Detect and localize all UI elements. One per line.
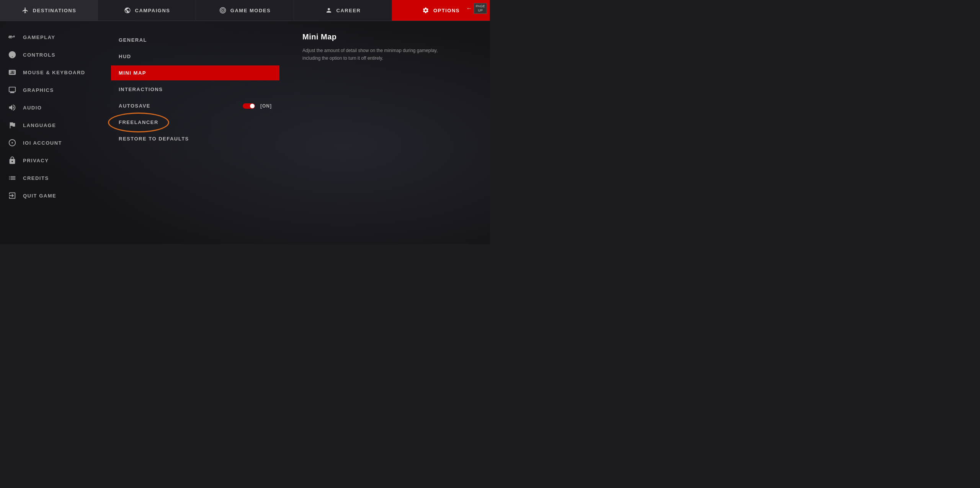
sidebar-item-language[interactable]: LANGUAGE (0, 117, 103, 134)
sidebar: GAMEPLAY CONTROLS MOUSE & KEYBOARD GRAPH… (0, 21, 103, 244)
sidebar-privacy-label: PRIVACY (23, 158, 49, 163)
toggle-track (243, 103, 255, 109)
autosave-state-label: [ON] (260, 103, 272, 109)
menu-restore-label: RESTORE TO DEFAULTS (119, 136, 189, 142)
sidebar-item-privacy[interactable]: PRIVACY (0, 152, 103, 169)
menu-mini-map-label: MINI MAP (119, 70, 146, 76)
main-content: GAMEPLAY CONTROLS MOUSE & KEYBOARD GRAPH… (0, 21, 490, 244)
svg-point-3 (11, 54, 13, 55)
autosave-toggle[interactable] (243, 103, 255, 109)
sidebar-item-audio[interactable]: AUDIO (0, 99, 103, 116)
menu-interactions-label: INTERACTIONS (119, 87, 163, 92)
top-navigation: DESTINATIONS CAMPAIGNS GAME MODES CAREER… (0, 0, 490, 21)
sidebar-item-mouse-keyboard[interactable]: MOUSE & KEYBOARD (0, 64, 103, 81)
nav-options-label: OPTIONS (433, 8, 460, 13)
nav-career-label: CAREER (336, 8, 361, 13)
monitor-icon (8, 85, 17, 95)
speaker-icon (8, 103, 17, 112)
nav-item-campaigns[interactable]: CAMPAIGNS (98, 0, 196, 21)
svg-point-2 (222, 10, 223, 11)
page-up-controls[interactable]: ← PAGEUP (466, 3, 487, 14)
menu-item-general[interactable]: GENERAL (111, 33, 279, 47)
sidebar-item-quit-game[interactable]: QUIT GAME (0, 187, 103, 204)
nav-item-destinations[interactable]: DESTINATIONS (0, 0, 98, 21)
sidebar-language-label: LANGUAGE (23, 122, 56, 128)
menu-freelancer-label: FREELANCER (119, 119, 158, 125)
freelancer-wrapper: FREELANCER (119, 119, 158, 125)
crosshair-icon (8, 50, 17, 59)
nav-item-game-modes[interactable]: GAME MODES (196, 0, 294, 21)
sidebar-controls-label: CONTROLS (23, 52, 56, 58)
flag-icon (8, 121, 17, 130)
sidebar-audio-label: AUDIO (23, 105, 42, 111)
sidebar-credits-label: CREDITS (23, 175, 49, 181)
menu-item-mini-map[interactable]: MINI MAP (111, 65, 279, 80)
menu-item-interactions[interactable]: INTERACTIONS (111, 82, 279, 97)
lock-icon (8, 156, 17, 165)
sidebar-mouse-keyboard-label: MOUSE & KEYBOARD (23, 70, 85, 75)
sidebar-ioi-account-label: IOI ACCOUNT (23, 140, 62, 146)
page-up-button[interactable]: PAGEUP (474, 3, 487, 14)
menu-hud-label: HUD (119, 54, 131, 59)
nav-campaigns-label: CAMPAIGNS (135, 8, 170, 13)
sidebar-graphics-label: GRAPHICS (23, 87, 54, 93)
plane-icon (21, 7, 29, 14)
nav-item-career[interactable]: CAREER (294, 0, 392, 21)
sidebar-item-ioi-account[interactable]: IOI ACCOUNT (0, 134, 103, 151)
sidebar-item-credits[interactable]: CREDITS (0, 170, 103, 186)
nav-destinations-label: DESTINATIONS (33, 8, 77, 13)
sidebar-gameplay-label: GAMEPLAY (23, 34, 55, 40)
menu-general-label: GENERAL (119, 37, 147, 43)
gear-icon (422, 7, 430, 14)
menu-autosave-label: AUTOSAVE (119, 103, 150, 109)
nav-game-modes-label: GAME MODES (230, 8, 271, 13)
target-icon (219, 7, 227, 14)
autosave-controls: [ON] (243, 103, 272, 109)
sidebar-item-graphics[interactable]: GRAPHICS (0, 82, 103, 98)
sidebar-quit-game-label: QUIT GAME (23, 193, 56, 199)
gun-icon (8, 33, 17, 42)
detail-panel: Mini Map Adjust the amount of detail sho… (287, 21, 490, 244)
detail-description: Adjust the amount of detail show on the … (302, 47, 456, 62)
circle-dot-icon (8, 138, 17, 147)
sidebar-item-gameplay[interactable]: GAMEPLAY (0, 29, 103, 46)
person-icon (325, 7, 333, 14)
back-arrow-icon[interactable]: ← (466, 5, 472, 12)
menu-item-freelancer[interactable]: FREELANCER (111, 115, 279, 130)
toggle-thumb (250, 104, 255, 108)
globe-icon (124, 7, 131, 14)
sidebar-item-controls[interactable]: CONTROLS (0, 46, 103, 63)
list-icon (8, 173, 17, 183)
menu-item-hud[interactable]: HUD (111, 49, 279, 64)
detail-title: Mini Map (302, 33, 475, 41)
keyboard-icon (8, 68, 17, 77)
menu-item-autosave[interactable]: AUTOSAVE [ON] (111, 98, 279, 113)
options-menu: GENERAL HUD MINI MAP INTERACTIONS AUTOSA… (103, 21, 287, 244)
exit-icon (8, 191, 17, 200)
menu-item-restore-defaults[interactable]: RESTORE TO DEFAULTS (111, 131, 279, 146)
